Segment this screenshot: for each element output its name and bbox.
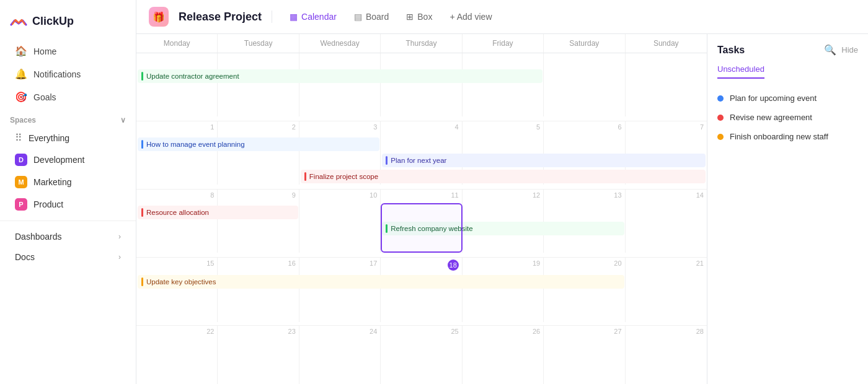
add-view-button[interactable]: + Add view: [442, 9, 499, 25]
date-number: 25: [451, 328, 458, 338]
date-number: 20: [614, 260, 621, 271]
date-cell-3-1[interactable]: 16: [218, 258, 299, 273]
date-number: 26: [533, 328, 540, 338]
date-cell-4-6[interactable]: 28: [626, 326, 707, 339]
date-cell-2-4[interactable]: 12: [463, 190, 544, 203]
tab-calendar[interactable]: ▦ Calendar: [282, 9, 344, 25]
date-cell-3-5[interactable]: 20: [544, 258, 625, 273]
tab-board[interactable]: ▤ Board: [347, 9, 396, 25]
tasks-area-week-0: Update contractor agreement: [136, 67, 707, 116]
board-tab-icon: ▤: [354, 12, 362, 22]
date-cell-3-6[interactable]: 21: [626, 258, 707, 273]
calendar-area: Monday Tuesday Wednesday Thursday Friday…: [136, 34, 868, 384]
date-cell-3-2[interactable]: 17: [299, 258, 381, 273]
date-cell-1-2[interactable]: 3: [299, 121, 381, 135]
hide-button[interactable]: Hide: [841, 45, 858, 55]
sidebar-item-dashboards[interactable]: Dashboards ›: [5, 227, 131, 247]
task-bar[interactable]: Finalize project scope: [301, 170, 706, 183]
date-cell-1-6[interactable]: 7: [626, 121, 707, 135]
date-cell-0-0[interactable]: [136, 53, 218, 67]
unscheduled-task-2[interactable]: Finish onboarding new staff: [717, 127, 858, 146]
task-border-indicator: [386, 224, 388, 233]
task-label: Finalize project scope: [309, 173, 378, 180]
header-divider: [272, 11, 272, 23]
task-bar[interactable]: How to manage event planning: [138, 137, 379, 151]
date-cell-2-1[interactable]: 9: [218, 190, 299, 203]
sidebar-item-development[interactable]: D Development: [5, 149, 131, 170]
unscheduled-task-0[interactable]: Plan for upcoming event: [717, 89, 858, 108]
date-cell-1-1[interactable]: 2: [218, 121, 299, 135]
sidebar-item-goals[interactable]: 🎯 Goals: [5, 86, 131, 108]
search-icon[interactable]: 🔍: [824, 44, 836, 56]
date-cell-1-5[interactable]: 6: [544, 121, 625, 135]
date-cell-3-0[interactable]: 15: [136, 258, 218, 273]
sidebar-item-product[interactable]: P Product: [5, 194, 131, 215]
date-cell-3-4[interactable]: 19: [463, 258, 544, 273]
date-cell-2-6[interactable]: 14: [626, 190, 707, 203]
date-cell-0-4[interactable]: [463, 53, 544, 67]
home-icon: 🏠: [15, 45, 27, 57]
task-bar[interactable]: Resource allocation: [138, 206, 298, 219]
date-cell-4-3[interactable]: 25: [381, 326, 462, 339]
date-number: 4: [455, 123, 459, 133]
date-number: 13: [614, 191, 621, 201]
dashboards-label: Dashboards: [15, 232, 62, 242]
main-content: 🎁 Release Project ▦ Calendar ▤ Board ⊞ B…: [136, 0, 868, 384]
task-bar[interactable]: Refresh company website: [382, 222, 624, 235]
date-cell-2-5[interactable]: 13: [544, 190, 625, 203]
logo-text: ClickUp: [32, 15, 74, 28]
sidebar-item-marketing[interactable]: M Marketing: [5, 172, 131, 193]
date-cell-2-0[interactable]: 8: [136, 190, 218, 203]
sidebar-item-everything[interactable]: ⠿ Everything: [5, 128, 131, 148]
task-bar[interactable]: Update contractor agreement: [138, 69, 542, 83]
date-cell-0-5[interactable]: [544, 53, 625, 67]
date-cell-0-6[interactable]: [626, 53, 707, 67]
tasks-area-week-3: Update key objectives: [136, 273, 707, 322]
date-cell-0-3[interactable]: [381, 53, 462, 67]
sidebar-item-notifications[interactable]: 🔔 Notifications: [5, 63, 131, 85]
grid-icon: ⠿: [15, 132, 22, 144]
task-label: Update contractor agreement: [146, 72, 239, 80]
sidebar: ClickUp 🏠 Home 🔔 Notifications 🎯 Goals S…: [0, 0, 136, 384]
date-cell-1-3[interactable]: 4: [381, 121, 462, 135]
date-cell-0-2[interactable]: [299, 53, 381, 67]
date-cell-4-1[interactable]: 23: [218, 326, 299, 339]
date-cell-0-1[interactable]: [218, 53, 299, 67]
date-cell-4-5[interactable]: 27: [544, 326, 625, 339]
tasks-panel-actions: 🔍 Hide: [824, 44, 858, 56]
unscheduled-tab[interactable]: Unscheduled: [717, 64, 764, 79]
tab-box[interactable]: ⊞ Box: [399, 9, 440, 25]
date-cell-4-0[interactable]: 22: [136, 326, 218, 339]
development-badge: D: [15, 154, 27, 166]
date-number: 27: [614, 328, 621, 338]
task-bar[interactable]: Update key objectives: [138, 275, 624, 289]
date-number: 10: [370, 191, 377, 201]
date-number: 28: [696, 328, 704, 338]
spaces-chevron-icon[interactable]: ∨: [120, 116, 126, 124]
date-cell-4-4[interactable]: 26: [463, 326, 544, 339]
date-cell-2-2[interactable]: 10: [299, 190, 381, 203]
date-cell-2-3[interactable]: 11: [381, 190, 462, 203]
board-tab-label: Board: [366, 12, 389, 22]
date-cell-4-2[interactable]: 24: [299, 326, 381, 339]
clickup-logo-icon: [10, 12, 27, 30]
calendar-week-4: 22232425262728: [136, 326, 707, 384]
date-number: 12: [533, 191, 540, 201]
sidebar-item-docs[interactable]: Docs ›: [5, 247, 131, 267]
date-cell-1-4[interactable]: 5: [463, 121, 544, 135]
sidebar-item-label: Product: [33, 199, 63, 209]
date-cell-3-3[interactable]: 18: [381, 258, 462, 273]
date-cell-1-0[interactable]: 1: [136, 121, 218, 135]
day-friday: Friday: [463, 34, 544, 53]
marketing-badge: M: [15, 176, 27, 188]
task-bar[interactable]: Plan for next year: [382, 154, 706, 167]
tasks-area-week-1: How to manage event planningPlan for nex…: [136, 135, 707, 185]
tasks-panel: Tasks 🔍 Hide Unscheduled Plan for upcomi…: [707, 34, 868, 384]
date-number: 3: [373, 123, 377, 133]
sidebar-item-home[interactable]: 🏠 Home: [5, 40, 131, 62]
task-label: Update key objectives: [146, 278, 216, 286]
project-title: Release Project: [179, 11, 262, 24]
product-badge: P: [15, 198, 27, 211]
unscheduled-task-1[interactable]: Revise new agreement: [717, 108, 858, 127]
docs-chevron-icon: ›: [118, 253, 121, 261]
